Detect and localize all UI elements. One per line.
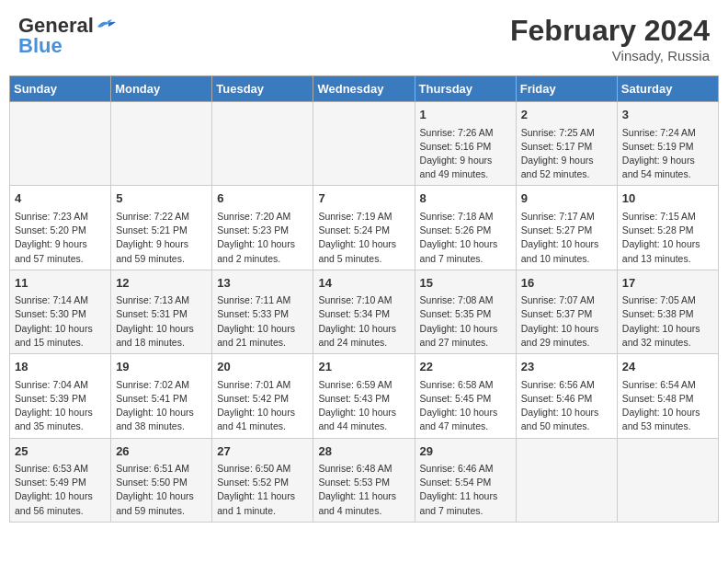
logo-bird-icon [96, 17, 116, 34]
day-info: Sunrise: 7:01 AMSunset: 5:42 PMDaylight:… [217, 378, 308, 434]
calendar-cell: 1Sunrise: 7:26 AMSunset: 5:16 PMDaylight… [415, 102, 516, 186]
day-number: 16 [521, 274, 612, 293]
calendar-cell: 14Sunrise: 7:10 AMSunset: 5:34 PMDayligh… [313, 270, 415, 353]
location: Vinsady, Russia [510, 48, 710, 63]
day-number: 3 [622, 106, 713, 124]
day-info: Sunrise: 7:15 AMSunset: 5:28 PMDaylight:… [622, 210, 713, 266]
calendar-cell: 6Sunrise: 7:20 AMSunset: 5:23 PMDaylight… [212, 186, 313, 270]
logo: General Blue [18, 14, 116, 58]
day-number: 10 [622, 190, 713, 208]
calendar-cell: 10Sunrise: 7:15 AMSunset: 5:28 PMDayligh… [617, 186, 718, 270]
calendar-cell: 26Sunrise: 6:51 AMSunset: 5:50 PMDayligh… [111, 438, 212, 522]
calendar-cell: 21Sunrise: 6:59 AMSunset: 5:43 PMDayligh… [313, 354, 415, 438]
day-number: 1 [420, 106, 511, 124]
calendar-week-4: 18Sunrise: 7:04 AMSunset: 5:39 PMDayligh… [10, 354, 719, 438]
calendar-cell: 11Sunrise: 7:14 AMSunset: 5:30 PMDayligh… [10, 270, 111, 353]
day-number: 19 [116, 358, 207, 376]
day-number: 13 [217, 274, 308, 293]
calendar-cell: 15Sunrise: 7:08 AMSunset: 5:35 PMDayligh… [415, 270, 516, 353]
calendar-cell: 25Sunrise: 6:53 AMSunset: 5:49 PMDayligh… [10, 438, 111, 522]
day-info: Sunrise: 7:19 AMSunset: 5:24 PMDaylight:… [318, 210, 409, 266]
col-sunday: Sunday [10, 76, 111, 102]
day-info: Sunrise: 7:23 AMSunset: 5:20 PMDaylight:… [15, 210, 106, 266]
calendar-cell: 12Sunrise: 7:13 AMSunset: 5:31 PMDayligh… [111, 270, 212, 353]
day-info: Sunrise: 6:46 AMSunset: 5:54 PMDaylight:… [420, 462, 511, 518]
day-number: 24 [622, 358, 713, 376]
logo-blue: Blue [18, 34, 63, 58]
day-number: 11 [15, 274, 106, 293]
calendar-cell: 9Sunrise: 7:17 AMSunset: 5:27 PMDaylight… [516, 186, 617, 270]
day-number: 12 [116, 274, 207, 293]
calendar-cell [313, 102, 415, 186]
calendar-week-1: 1Sunrise: 7:26 AMSunset: 5:16 PMDaylight… [10, 102, 719, 186]
col-saturday: Saturday [617, 76, 718, 102]
calendar-cell: 22Sunrise: 6:58 AMSunset: 5:45 PMDayligh… [415, 354, 516, 438]
header-row: Sunday Monday Tuesday Wednesday Thursday… [10, 76, 719, 102]
day-number: 25 [15, 442, 106, 461]
calendar-cell: 2Sunrise: 7:25 AMSunset: 5:17 PMDaylight… [516, 102, 617, 186]
calendar-cell [10, 102, 111, 186]
calendar-cell: 19Sunrise: 7:02 AMSunset: 5:41 PMDayligh… [111, 354, 212, 438]
day-number: 5 [116, 190, 207, 208]
day-info: Sunrise: 6:59 AMSunset: 5:43 PMDaylight:… [318, 378, 409, 434]
calendar-cell: 4Sunrise: 7:23 AMSunset: 5:20 PMDaylight… [10, 186, 111, 270]
calendar-cell: 7Sunrise: 7:19 AMSunset: 5:24 PMDaylight… [313, 186, 415, 270]
calendar-cell [212, 102, 313, 186]
calendar-cell: 27Sunrise: 6:50 AMSunset: 5:52 PMDayligh… [212, 438, 313, 522]
calendar-cell: 8Sunrise: 7:18 AMSunset: 5:26 PMDaylight… [415, 186, 516, 270]
day-number: 6 [217, 190, 308, 208]
calendar-cell: 24Sunrise: 6:54 AMSunset: 5:48 PMDayligh… [617, 354, 718, 438]
calendar-week-3: 11Sunrise: 7:14 AMSunset: 5:30 PMDayligh… [10, 270, 719, 353]
day-info: Sunrise: 6:53 AMSunset: 5:49 PMDaylight:… [15, 462, 106, 518]
col-friday: Friday [516, 76, 617, 102]
day-number: 29 [420, 442, 511, 461]
day-number: 18 [15, 358, 106, 376]
calendar-cell [111, 102, 212, 186]
day-number: 4 [15, 190, 106, 208]
month-title: February 2024 [510, 14, 710, 48]
day-info: Sunrise: 6:58 AMSunset: 5:45 PMDaylight:… [420, 378, 511, 434]
day-number: 15 [420, 274, 511, 293]
calendar-cell: 16Sunrise: 7:07 AMSunset: 5:37 PMDayligh… [516, 270, 617, 353]
calendar-table: Sunday Monday Tuesday Wednesday Thursday… [9, 75, 719, 523]
calendar-body: 1Sunrise: 7:26 AMSunset: 5:16 PMDaylight… [10, 102, 719, 523]
day-info: Sunrise: 6:54 AMSunset: 5:48 PMDaylight:… [622, 378, 713, 434]
day-number: 27 [217, 442, 308, 461]
day-number: 20 [217, 358, 308, 376]
day-info: Sunrise: 7:04 AMSunset: 5:39 PMDaylight:… [15, 378, 106, 434]
day-info: Sunrise: 7:17 AMSunset: 5:27 PMDaylight:… [521, 210, 612, 266]
day-info: Sunrise: 7:08 AMSunset: 5:35 PMDaylight:… [420, 293, 511, 350]
day-info: Sunrise: 7:18 AMSunset: 5:26 PMDaylight:… [420, 210, 511, 266]
day-number: 7 [318, 190, 409, 208]
day-number: 22 [420, 358, 511, 376]
day-info: Sunrise: 7:13 AMSunset: 5:31 PMDaylight:… [116, 293, 207, 350]
calendar-cell: 3Sunrise: 7:24 AMSunset: 5:19 PMDaylight… [617, 102, 718, 186]
calendar-cell: 28Sunrise: 6:48 AMSunset: 5:53 PMDayligh… [313, 438, 415, 522]
day-number: 9 [521, 190, 612, 208]
day-info: Sunrise: 7:22 AMSunset: 5:21 PMDaylight:… [116, 210, 207, 266]
day-info: Sunrise: 7:07 AMSunset: 5:37 PMDaylight:… [521, 293, 612, 350]
day-info: Sunrise: 7:11 AMSunset: 5:33 PMDaylight:… [217, 293, 308, 350]
calendar-cell: 23Sunrise: 6:56 AMSunset: 5:46 PMDayligh… [516, 354, 617, 438]
day-info: Sunrise: 7:26 AMSunset: 5:16 PMDaylight:… [420, 126, 511, 182]
calendar-week-5: 25Sunrise: 6:53 AMSunset: 5:49 PMDayligh… [10, 438, 719, 522]
col-tuesday: Tuesday [212, 76, 313, 102]
calendar-week-2: 4Sunrise: 7:23 AMSunset: 5:20 PMDaylight… [10, 186, 719, 270]
day-number: 21 [318, 358, 409, 376]
col-monday: Monday [111, 76, 212, 102]
calendar-cell: 17Sunrise: 7:05 AMSunset: 5:38 PMDayligh… [617, 270, 718, 353]
page-header: General Blue February 2024 Vinsady, Russ… [9, 9, 719, 68]
day-number: 17 [622, 274, 713, 293]
calendar-header: Sunday Monday Tuesday Wednesday Thursday… [10, 76, 719, 102]
day-info: Sunrise: 6:51 AMSunset: 5:50 PMDaylight:… [116, 462, 207, 518]
calendar-cell: 29Sunrise: 6:46 AMSunset: 5:54 PMDayligh… [415, 438, 516, 522]
calendar-cell: 5Sunrise: 7:22 AMSunset: 5:21 PMDaylight… [111, 186, 212, 270]
day-info: Sunrise: 7:24 AMSunset: 5:19 PMDaylight:… [622, 126, 713, 182]
day-number: 14 [318, 274, 409, 293]
title-block: February 2024 Vinsady, Russia [510, 14, 710, 63]
day-info: Sunrise: 7:10 AMSunset: 5:34 PMDaylight:… [318, 293, 409, 350]
day-info: Sunrise: 6:50 AMSunset: 5:52 PMDaylight:… [217, 462, 308, 518]
day-number: 2 [521, 106, 612, 124]
calendar-cell [617, 438, 718, 522]
calendar-cell: 20Sunrise: 7:01 AMSunset: 5:42 PMDayligh… [212, 354, 313, 438]
